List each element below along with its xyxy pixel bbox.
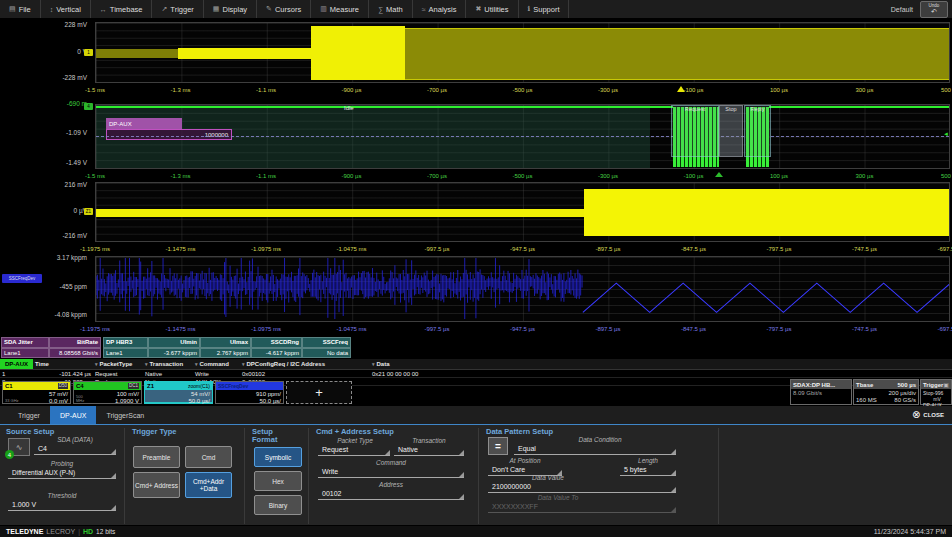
data-condition-label: Data Condition [540,436,660,443]
grid4-bot-label: -4.08 kppm [1,311,91,318]
column-header: UImin [148,337,200,348]
menu-cursors[interactable]: ✎Cursors [257,0,311,18]
decode-stop-box[interactable]: Stop [719,105,743,157]
axis-grid1: -1.5 ms-1.3 ms-1.1 ms-900 µs-700 µs-500 … [95,84,950,95]
filter-icon: ▾ [195,361,198,367]
decoder-name-badge[interactable]: DP-AUX [106,118,182,129]
grid3-plot-z1[interactable] [95,182,950,242]
channel-4-badge: 4 [5,450,14,459]
menu-support[interactable]: ℹSupport [519,0,570,18]
source-channel-icon[interactable]: ∿ 4 [8,438,30,456]
length-select[interactable]: 5 bytes [620,466,676,476]
close-label: CLOSE [923,412,944,418]
trigger-box[interactable]: Trigger▣ Stop-996 mV DP-AUX [920,379,952,405]
filter-icon: ▾ [95,361,98,367]
binary-button[interactable]: Binary [254,495,302,515]
menu-trigger[interactable]: ↗Trigger [152,0,203,18]
add-trace-button[interactable]: + [286,381,352,404]
symbolic-button[interactable]: Symbolic [254,447,302,467]
z1-waveform-burst [584,189,950,236]
menu-vertical[interactable]: ↕Vertical [41,0,91,18]
probing-select[interactable]: Differential AUX (P-N) [8,469,116,479]
divider [478,428,479,524]
tab-dp-aux[interactable]: DP-AUX [50,406,96,424]
tab-triggerscan[interactable]: TriggerScan [96,406,154,424]
menu-math[interactable]: ∑Math [369,0,413,18]
decode-stop-label: Stop [725,106,736,156]
data-condition-select[interactable]: Equal [514,445,676,455]
trigger-position-marker[interactable] [677,86,685,92]
tab-trigger[interactable]: Trigger [8,406,50,424]
grid1-plot-c1[interactable] [95,22,950,83]
transaction-select[interactable]: Native [394,446,464,456]
close-dialog-button[interactable]: ⊗ CLOSE [912,408,944,422]
sda-data-label: SDA (DATA) [34,436,116,443]
grid1-top-label: 228 mV [1,21,91,28]
dialog-tab-bar: Trigger DP-AUX TriggerScan [0,406,952,425]
descriptor-z1[interactable]: Z1zoom(C1) 54 mV/50.0 µs/ [144,381,213,404]
menu-analysis[interactable]: ≈Analysis [413,0,467,18]
col-data[interactable]: ▾Data [370,359,952,369]
axis-grid4: -1.1975 ms-1.1475 ms-1.0975 ms-1.0475 ms… [95,323,950,334]
col-transaction[interactable]: ▾Transaction [143,359,193,369]
data-value-to-field[interactable]: XXXXXXXXFF [488,503,676,513]
c4-level-marker[interactable]: 4 [84,103,93,110]
menu-file[interactable]: ▤File [0,0,41,18]
z1-level-marker[interactable]: Z1 [84,208,93,215]
c1-waveform-dim-band [96,49,178,58]
cmd-address-setup-title: Cmd + Address Setup [316,428,394,436]
col-time[interactable]: Time [33,359,93,369]
sda-jitter-table[interactable]: SDA Jitter BitRate Lane1 8.08568 Gbit/s [1,337,101,358]
cmd-button[interactable]: Cmd [185,446,232,468]
menu-label: Trigger [170,5,193,14]
menu-measure[interactable]: ▥Measure [311,0,369,18]
waveform-icon: ∿ [16,443,23,452]
data-value-to-label: Data Value To [488,494,628,501]
dp-hbr3-table[interactable]: DP HBR3 UImin UImax SSCDRng SSCFreq Lane… [103,337,351,358]
close-icon: ⊗ [912,410,920,420]
column-header: SSCFreq [302,337,351,348]
trigger-time-marker[interactable] [715,172,723,177]
cmd-addr-data-button[interactable]: Cmd+Addr +Data [185,472,232,498]
menu-utilities[interactable]: ✖Utilities [466,0,518,18]
c1-level-marker[interactable]: 1 [84,49,93,56]
sdax-box[interactable]: SDAX:DP HB... 8.09 Gbit/s [790,379,852,405]
grid3-mid-label: 0 µV [1,207,91,214]
decoder-bitrate-badge[interactable]: 1000000 [106,129,232,140]
bitrate-value: 8.08568 Gbit/s [49,348,101,359]
address-field[interactable]: 00102 [318,490,464,500]
col-packettype[interactable]: ▾PacketType [93,359,143,369]
column-header: UImax [200,337,251,348]
descriptor-sscfreqdev[interactable]: SSCFreqDev 910 ppm/50.0 µs/ [215,381,284,404]
sscfreqdev-level-marker[interactable]: SSCFreqDev [2,274,42,283]
data-value-field[interactable]: 2100000000 [488,483,676,493]
undo-button[interactable]: Undo ↶ [920,1,948,18]
menu-label: Analysis [429,5,457,14]
math-icon: ∑ [378,6,383,13]
command-label: Command [318,459,464,466]
decode-request-box[interactable]: Request [671,105,719,157]
threshold-field[interactable]: 1.000 V [8,501,116,511]
menu-display[interactable]: ▦Display [204,0,257,18]
command-select[interactable]: Write [318,468,464,478]
divider [244,428,245,524]
menu-label: Timebase [110,5,143,14]
equals-condition-button[interactable]: = [488,437,508,455]
decode-reply-box[interactable]: Reply [744,105,771,157]
descriptor-c1[interactable]: C1D50 33 GHz57 mV/0.0 mV [2,381,71,404]
preamble-button[interactable]: Preamble [133,446,180,468]
grid4-plot-sscfreqdev[interactable] [95,256,950,322]
col-command[interactable]: ▾Command [193,359,240,369]
col-address[interactable]: ▾DPConfigReq / I2C Address [240,359,370,369]
descriptor-c4[interactable]: C4DC1 500 MHz100 mV/1.0900 V [73,381,142,404]
cmd-address-button[interactable]: Cmd+ Address [133,472,180,498]
packet-type-select[interactable]: Request [318,446,390,456]
decode-source-badge[interactable]: DP-AUX [0,359,33,369]
sda-source-select[interactable]: C4 [34,445,116,455]
timebase-box[interactable]: Tbase500 µs 200 µs/div 160 MS80 GS/s [853,379,919,405]
decode-row-1[interactable]: 1 -101.424 µs Request Native Write 0x001… [0,370,952,378]
coupling-badge: DC1 [128,383,139,389]
grid2-plot-c4[interactable]: Idle DP-AUX 1000000 Request Stop Reply ◄ [95,104,950,169]
hex-button[interactable]: Hex [254,471,302,491]
menu-timebase[interactable]: ↔Timebase [91,0,153,18]
